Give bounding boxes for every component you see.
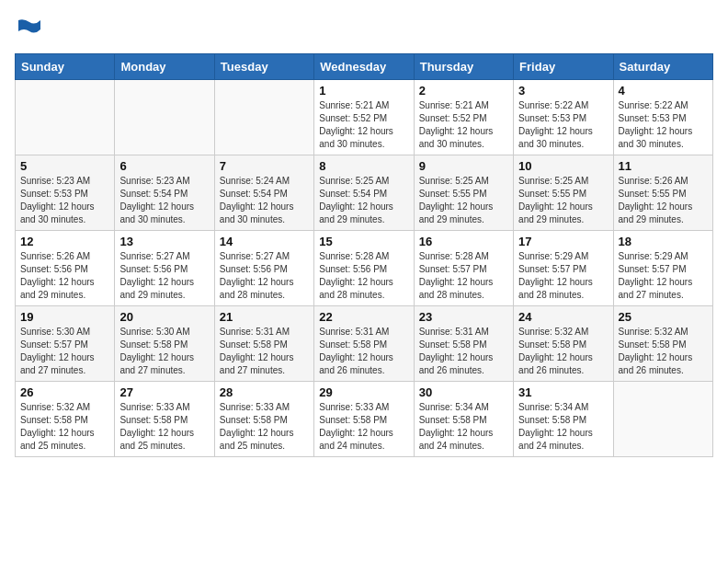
calendar-cell: 20Sunrise: 5:30 AM Sunset: 5:58 PM Dayli… xyxy=(115,306,214,382)
logo xyxy=(15,15,42,44)
day-number: 10 xyxy=(518,159,608,173)
cell-info: Sunrise: 5:23 AM Sunset: 5:54 PM Dayligh… xyxy=(119,175,209,226)
day-number: 11 xyxy=(619,159,708,173)
weekday-header-saturday: Saturday xyxy=(613,54,712,80)
day-number: 26 xyxy=(20,385,109,399)
cell-info: Sunrise: 5:31 AM Sunset: 5:58 PM Dayligh… xyxy=(220,326,309,377)
cell-info: Sunrise: 5:34 AM Sunset: 5:58 PM Dayligh… xyxy=(419,401,508,453)
calendar-week-row: 26Sunrise: 5:32 AM Sunset: 5:58 PM Dayli… xyxy=(16,382,713,457)
day-number: 9 xyxy=(419,159,508,173)
weekday-header-thursday: Thursday xyxy=(414,54,513,80)
page-header xyxy=(15,15,713,44)
day-number: 6 xyxy=(119,159,209,173)
cell-info: Sunrise: 5:29 AM Sunset: 5:57 PM Dayligh… xyxy=(619,250,708,302)
day-number: 24 xyxy=(518,310,608,324)
calendar-cell: 24Sunrise: 5:32 AM Sunset: 5:58 PM Dayli… xyxy=(514,306,613,382)
day-number: 5 xyxy=(20,159,109,173)
weekday-header-friday: Friday xyxy=(514,54,613,80)
calendar-cell: 19Sunrise: 5:30 AM Sunset: 5:57 PM Dayli… xyxy=(16,306,115,382)
calendar-cell: 8Sunrise: 5:25 AM Sunset: 5:54 PM Daylig… xyxy=(314,155,414,231)
cell-info: Sunrise: 5:31 AM Sunset: 5:58 PM Dayligh… xyxy=(319,326,408,377)
calendar-body: 1Sunrise: 5:21 AM Sunset: 5:52 PM Daylig… xyxy=(16,80,713,457)
calendar-week-row: 1Sunrise: 5:21 AM Sunset: 5:52 PM Daylig… xyxy=(16,80,713,155)
calendar-cell xyxy=(214,80,313,155)
cell-info: Sunrise: 5:25 AM Sunset: 5:55 PM Dayligh… xyxy=(419,175,508,226)
day-number: 19 xyxy=(20,310,109,324)
day-number: 15 xyxy=(319,235,408,248)
cell-info: Sunrise: 5:33 AM Sunset: 5:58 PM Dayligh… xyxy=(119,401,209,453)
weekday-header-row: SundayMondayTuesdayWednesdayThursdayFrid… xyxy=(16,54,713,80)
cell-info: Sunrise: 5:32 AM Sunset: 5:58 PM Dayligh… xyxy=(20,401,109,453)
calendar-cell: 13Sunrise: 5:27 AM Sunset: 5:56 PM Dayli… xyxy=(115,231,214,306)
calendar-cell: 18Sunrise: 5:29 AM Sunset: 5:57 PM Dayli… xyxy=(613,231,712,306)
cell-info: Sunrise: 5:32 AM Sunset: 5:58 PM Dayligh… xyxy=(619,326,708,377)
calendar-cell: 2Sunrise: 5:21 AM Sunset: 5:52 PM Daylig… xyxy=(414,80,513,155)
calendar-cell: 28Sunrise: 5:33 AM Sunset: 5:58 PM Dayli… xyxy=(214,382,313,457)
cell-info: Sunrise: 5:24 AM Sunset: 5:54 PM Dayligh… xyxy=(220,175,309,226)
day-number: 28 xyxy=(220,385,309,399)
weekday-header-wednesday: Wednesday xyxy=(314,54,414,80)
calendar-cell: 31Sunrise: 5:34 AM Sunset: 5:58 PM Dayli… xyxy=(514,382,613,457)
cell-info: Sunrise: 5:25 AM Sunset: 5:54 PM Dayligh… xyxy=(319,175,408,226)
calendar-cell: 17Sunrise: 5:29 AM Sunset: 5:57 PM Dayli… xyxy=(514,231,613,306)
day-number: 13 xyxy=(119,235,209,248)
calendar-cell: 10Sunrise: 5:25 AM Sunset: 5:55 PM Dayli… xyxy=(514,155,613,231)
day-number: 23 xyxy=(419,310,508,324)
calendar-week-row: 5Sunrise: 5:23 AM Sunset: 5:53 PM Daylig… xyxy=(16,155,713,231)
cell-info: Sunrise: 5:22 AM Sunset: 5:53 PM Dayligh… xyxy=(619,99,708,151)
day-number: 21 xyxy=(220,310,309,324)
calendar-cell: 23Sunrise: 5:31 AM Sunset: 5:58 PM Dayli… xyxy=(414,306,513,382)
day-number: 30 xyxy=(419,385,508,399)
cell-info: Sunrise: 5:33 AM Sunset: 5:58 PM Dayligh… xyxy=(220,401,309,453)
day-number: 12 xyxy=(20,235,109,248)
calendar-cell: 12Sunrise: 5:26 AM Sunset: 5:56 PM Dayli… xyxy=(16,231,115,306)
cell-info: Sunrise: 5:34 AM Sunset: 5:58 PM Dayligh… xyxy=(518,401,608,453)
day-number: 1 xyxy=(319,84,408,98)
calendar-cell: 3Sunrise: 5:22 AM Sunset: 5:53 PM Daylig… xyxy=(514,80,613,155)
day-number: 31 xyxy=(518,385,608,399)
cell-info: Sunrise: 5:21 AM Sunset: 5:52 PM Dayligh… xyxy=(319,99,408,151)
cell-info: Sunrise: 5:22 AM Sunset: 5:53 PM Dayligh… xyxy=(518,99,608,151)
cell-info: Sunrise: 5:26 AM Sunset: 5:55 PM Dayligh… xyxy=(619,175,708,226)
cell-info: Sunrise: 5:31 AM Sunset: 5:58 PM Dayligh… xyxy=(419,326,508,377)
cell-info: Sunrise: 5:23 AM Sunset: 5:53 PM Dayligh… xyxy=(20,175,109,226)
calendar-cell: 9Sunrise: 5:25 AM Sunset: 5:55 PM Daylig… xyxy=(414,155,513,231)
calendar-cell: 27Sunrise: 5:33 AM Sunset: 5:58 PM Dayli… xyxy=(115,382,214,457)
day-number: 14 xyxy=(220,235,309,248)
calendar-cell: 16Sunrise: 5:28 AM Sunset: 5:57 PM Dayli… xyxy=(414,231,513,306)
calendar-cell xyxy=(16,80,115,155)
cell-info: Sunrise: 5:28 AM Sunset: 5:56 PM Dayligh… xyxy=(319,250,408,302)
calendar-cell: 5Sunrise: 5:23 AM Sunset: 5:53 PM Daylig… xyxy=(16,155,115,231)
cell-info: Sunrise: 5:29 AM Sunset: 5:57 PM Dayligh… xyxy=(518,250,608,302)
calendar-cell: 25Sunrise: 5:32 AM Sunset: 5:58 PM Dayli… xyxy=(613,306,712,382)
day-number: 18 xyxy=(619,235,708,248)
day-number: 16 xyxy=(419,235,508,248)
weekday-header-tuesday: Tuesday xyxy=(214,54,313,80)
calendar-cell: 7Sunrise: 5:24 AM Sunset: 5:54 PM Daylig… xyxy=(214,155,313,231)
calendar-cell: 21Sunrise: 5:31 AM Sunset: 5:58 PM Dayli… xyxy=(214,306,313,382)
calendar-cell: 6Sunrise: 5:23 AM Sunset: 5:54 PM Daylig… xyxy=(115,155,214,231)
calendar-table: SundayMondayTuesdayWednesdayThursdayFrid… xyxy=(15,53,713,457)
calendar-cell xyxy=(613,382,712,457)
cell-info: Sunrise: 5:30 AM Sunset: 5:57 PM Dayligh… xyxy=(20,326,109,377)
day-number: 8 xyxy=(319,159,408,173)
calendar-cell: 26Sunrise: 5:32 AM Sunset: 5:58 PM Dayli… xyxy=(16,382,115,457)
cell-info: Sunrise: 5:26 AM Sunset: 5:56 PM Dayligh… xyxy=(20,250,109,302)
calendar-cell: 14Sunrise: 5:27 AM Sunset: 5:56 PM Dayli… xyxy=(214,231,313,306)
cell-info: Sunrise: 5:27 AM Sunset: 5:56 PM Dayligh… xyxy=(119,250,209,302)
calendar-cell: 11Sunrise: 5:26 AM Sunset: 5:55 PM Dayli… xyxy=(613,155,712,231)
cell-info: Sunrise: 5:33 AM Sunset: 5:58 PM Dayligh… xyxy=(319,401,408,453)
day-number: 7 xyxy=(220,159,309,173)
calendar-cell: 15Sunrise: 5:28 AM Sunset: 5:56 PM Dayli… xyxy=(314,231,414,306)
day-number: 17 xyxy=(518,235,608,248)
cell-info: Sunrise: 5:27 AM Sunset: 5:56 PM Dayligh… xyxy=(220,250,309,302)
calendar-cell: 4Sunrise: 5:22 AM Sunset: 5:53 PM Daylig… xyxy=(613,80,712,155)
day-number: 22 xyxy=(319,310,408,324)
cell-info: Sunrise: 5:30 AM Sunset: 5:58 PM Dayligh… xyxy=(119,326,209,377)
calendar-week-row: 19Sunrise: 5:30 AM Sunset: 5:57 PM Dayli… xyxy=(16,306,713,382)
day-number: 3 xyxy=(518,84,608,98)
weekday-header-sunday: Sunday xyxy=(16,54,115,80)
calendar-cell: 29Sunrise: 5:33 AM Sunset: 5:58 PM Dayli… xyxy=(314,382,414,457)
cell-info: Sunrise: 5:25 AM Sunset: 5:55 PM Dayligh… xyxy=(518,175,608,226)
day-number: 27 xyxy=(119,385,209,399)
